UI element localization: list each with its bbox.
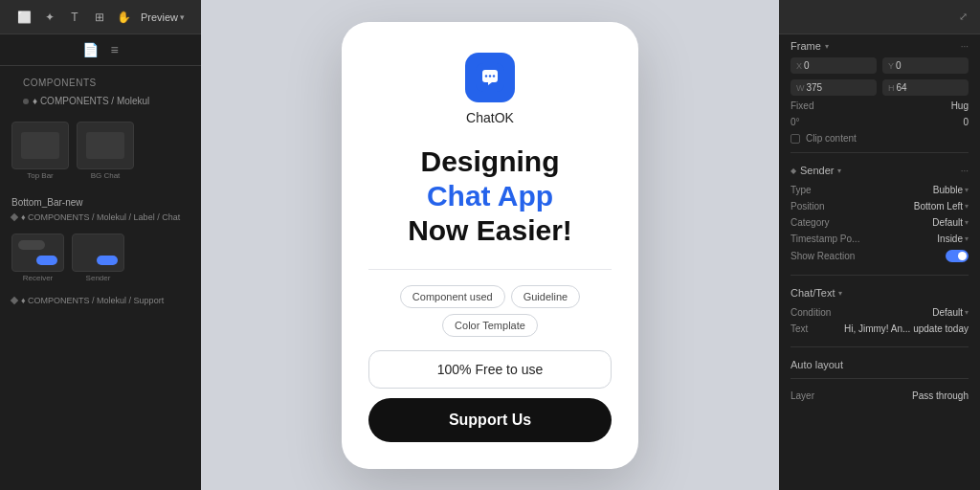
dots-icon[interactable]: ···: [961, 41, 969, 52]
y-value: 0: [896, 60, 902, 71]
right-divider-4: [791, 378, 969, 379]
condition-chevron: ▾: [965, 308, 969, 317]
chat-chevron: ▾: [838, 289, 842, 298]
rotation-label: 0°: [791, 117, 957, 127]
toolbar-icon-5[interactable]: ✋: [116, 9, 133, 26]
position-value[interactable]: Bottom Left: [914, 201, 963, 212]
sender-icons: ···: [961, 166, 969, 176]
x-coord[interactable]: X 0: [791, 57, 877, 74]
show-reaction-row: Show Reaction: [791, 247, 969, 265]
svg-point-2: [489, 75, 491, 77]
support-sub-row: ♦ COMPONENTS / Molekul / Support: [11, 294, 189, 307]
type-label: Type: [791, 185, 933, 195]
thumb-sender-col: Sender: [72, 234, 124, 284]
sender-chevron: ▾: [837, 167, 841, 175]
chat-icon: [476, 63, 504, 92]
condition-value[interactable]: Default: [932, 307, 963, 318]
sender-title: ◆ Sender ▾: [791, 165, 841, 176]
right-divider-3: [791, 346, 969, 347]
hug-label: Hug: [951, 100, 969, 111]
app-name: ChatOK: [466, 110, 514, 125]
thumb-sender[interactable]: [72, 234, 124, 272]
tag-guideline[interactable]: Guideline: [511, 285, 580, 308]
x-label: X: [796, 61, 802, 71]
layer-title: Layer: [791, 390, 908, 401]
headline-line3: Now Easier!: [408, 213, 572, 248]
free-box: 100% Free to use: [368, 350, 612, 389]
category-value[interactable]: Default: [932, 217, 963, 228]
wh-row: W 375 H 64: [779, 78, 980, 98]
diamond-icon-2: [11, 297, 18, 304]
resize-icon[interactable]: ⤢: [955, 10, 970, 25]
top-bar-label: Top Bar: [27, 171, 54, 180]
svg-point-1: [485, 75, 487, 77]
thumbnail-row-1: Top Bar BG Chat: [0, 114, 201, 188]
h-field[interactable]: H 64: [882, 79, 969, 96]
category-chevron: ▾: [965, 218, 969, 227]
auto-layout-title: Auto layout: [791, 359, 843, 370]
condition-row: Condition Default ▾: [791, 304, 969, 321]
timestamp-row: Timestamp Po... Inside ▾: [791, 231, 969, 247]
chat-properties: Condition Default ▾ Text Hi, Jimmy! An..…: [779, 301, 980, 341]
toolbar-icon-3[interactable]: T: [66, 9, 83, 26]
components-sub-row: ♦ COMPONENTS / Molekul: [11, 92, 189, 110]
bg-chat-label: BG Chat: [91, 171, 121, 180]
condition-label: Condition: [791, 307, 932, 318]
w-value: 375: [807, 82, 823, 93]
text-value[interactable]: Hi, Jimmy! An... update today: [844, 323, 969, 334]
thumb-inner-topbar: [21, 132, 59, 159]
frame-icons: ···: [961, 41, 969, 52]
position-chevron: ▾: [965, 202, 969, 211]
thumb-topbar[interactable]: [11, 122, 69, 169]
w-field[interactable]: W 375: [791, 79, 877, 96]
timestamp-chevron: ▾: [965, 234, 969, 243]
preview-label[interactable]: Preview: [141, 11, 178, 23]
bottom-bar-title: Bottom_Bar-new: [11, 191, 189, 211]
support-button[interactable]: Support Us: [368, 398, 612, 442]
show-reaction-toggle[interactable]: [946, 250, 969, 262]
preview-arrow: ▾: [180, 12, 185, 22]
right-panel: ⤢ Frame ▾ ··· X 0 Y 0 W 375 H 64 Fixed: [779, 0, 980, 490]
components-title: COMPONENTS: [11, 70, 189, 92]
y-coord[interactable]: Y 0: [882, 57, 969, 74]
support-sub: ♦ COMPONENTS / Molekul / Support: [21, 296, 164, 305]
tag-color[interactable]: Color Template: [442, 314, 538, 337]
sender-section-header: ◆ Sender ▾ ···: [779, 159, 980, 178]
layers-icon[interactable]: 📄: [82, 42, 99, 57]
receiver-label: Receiver: [23, 272, 54, 284]
timestamp-value[interactable]: Inside: [937, 234, 963, 244]
thumb-receiver[interactable]: [11, 234, 64, 272]
rotation-value: 0: [963, 117, 969, 127]
clip-content-checkbox[interactable]: [791, 134, 800, 144]
coords-row: X 0 Y 0: [779, 54, 980, 78]
position-label: Position: [791, 201, 914, 212]
position-row: Position Bottom Left ▾: [791, 198, 969, 214]
app-headline: Designing Chat App Now Easier!: [408, 145, 572, 248]
left-panel: ⬜ ✦ T ⊞ ✋ Preview ▾ 📄 ≡ COMPONENTS ♦ COM…: [0, 0, 201, 490]
diamond-icon: [11, 213, 18, 221]
sender-bubble: [36, 256, 57, 265]
toolbar-icon-2[interactable]: ✦: [41, 9, 58, 26]
frame-section-header: Frame ▾ ···: [779, 34, 980, 54]
clip-content-label: Clip content: [806, 133, 969, 144]
type-value[interactable]: Bubble: [933, 185, 963, 195]
thumb-bgchat[interactable]: [77, 122, 134, 169]
headline-line1: Designing: [408, 145, 572, 179]
top-bar-icons: ⤢: [955, 10, 970, 25]
type-row: Type Bubble ▾: [791, 182, 969, 198]
category-label: Category: [791, 217, 932, 228]
h-label: H: [888, 83, 895, 93]
thumb-inner-bgchat: [86, 132, 124, 159]
tag-component[interactable]: Component used: [400, 285, 505, 308]
dot-icon: [23, 99, 29, 104]
w-label: W: [796, 83, 805, 93]
components-sub-text: ♦ COMPONENTS / Molekul: [33, 96, 149, 106]
thumb-bgchat-col: BG Chat: [77, 122, 134, 180]
dots-icon-2[interactable]: ···: [961, 166, 969, 176]
thumbnail-row-2: Receiver Sender: [0, 228, 201, 290]
show-reaction-label: Show Reaction: [791, 251, 946, 261]
left-nav: 📄 ≡: [0, 34, 201, 66]
center-area: ChatOK Designing Chat App Now Easier! Co…: [201, 0, 779, 490]
toolbar-icon-1[interactable]: ⬜: [16, 9, 33, 26]
toolbar-icon-4[interactable]: ⊞: [91, 9, 108, 26]
